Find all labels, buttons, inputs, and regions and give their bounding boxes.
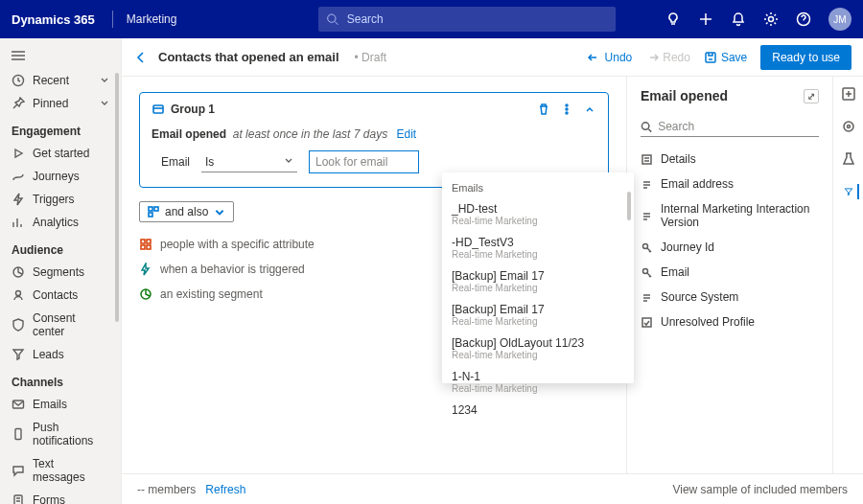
help-icon[interactable] — [796, 11, 811, 27]
nav-recent[interactable]: Recent — [0, 69, 121, 92]
dropdown-header: Emails — [442, 178, 634, 197]
checkbox-icon — [641, 316, 653, 329]
nav-scrollbar-thumb[interactable] — [115, 73, 119, 322]
status-badge: • Draft — [355, 51, 387, 64]
more-actions-button[interactable] — [560, 103, 573, 116]
svg-point-1 — [769, 17, 774, 22]
avatar[interactable]: JM — [828, 8, 851, 31]
svg-point-25 — [643, 268, 648, 273]
chart-icon — [12, 216, 25, 229]
svg-point-24 — [643, 243, 648, 248]
nav-get-started[interactable]: Get started — [0, 142, 121, 165]
dropdown-item[interactable]: [Backup] Email 17Real-time Marketing — [442, 298, 634, 332]
edit-condition-link[interactable]: Edit — [396, 127, 416, 141]
dropdown-item[interactable]: 1234 — [442, 399, 634, 422]
nav-analytics[interactable]: Analytics — [0, 211, 121, 234]
global-search-input[interactable] — [339, 12, 609, 26]
text-icon — [641, 178, 653, 191]
nav-triggers[interactable]: Triggers — [0, 188, 121, 211]
nav-pinned[interactable]: Pinned — [0, 92, 121, 115]
attr-journey-id[interactable]: Journey Id — [641, 235, 819, 260]
bell-icon[interactable] — [731, 11, 746, 27]
row-label: Email — [161, 155, 190, 169]
redo-icon — [645, 51, 659, 64]
nav-label: Segments — [33, 265, 84, 279]
svg-rect-8 — [14, 495, 22, 504]
dropdown-item[interactable]: -HD_TestV3Real-time Marketing — [442, 231, 634, 264]
pin-icon — [12, 97, 25, 110]
panel-search-input[interactable] — [652, 120, 819, 133]
nav-forms[interactable]: Forms — [0, 489, 121, 504]
svg-rect-26 — [642, 318, 651, 327]
back-button[interactable] — [133, 50, 149, 65]
attr-interaction-version[interactable]: Internal Marketing Interaction Version — [641, 196, 819, 235]
dropdown-item[interactable]: _HD-testReal-time Marketing — [442, 197, 634, 231]
rail-add-icon[interactable] — [841, 86, 856, 102]
chat-icon — [12, 464, 25, 477]
global-search[interactable] — [318, 7, 616, 32]
nav-text[interactable]: Text messages — [0, 452, 121, 489]
dropdown-item[interactable]: [Backup] Email 17Real-time Marketing — [442, 264, 634, 298]
attr-details[interactable]: Details — [641, 147, 819, 172]
search-icon — [326, 12, 338, 26]
nav-section-audience: Audience — [0, 234, 121, 261]
svg-rect-17 — [141, 240, 145, 243]
topbar-actions: JM — [665, 8, 863, 31]
main: Contacts that opened an email • Draft Un… — [122, 38, 863, 504]
brand-app: Marketing — [119, 12, 185, 26]
rail-filter-icon[interactable] — [844, 184, 859, 199]
key-icon — [641, 241, 653, 254]
nav-journeys[interactable]: Journeys — [0, 165, 121, 188]
route-icon — [12, 170, 25, 183]
nav-leads[interactable]: Leads — [0, 343, 121, 366]
form-icon — [12, 493, 25, 504]
and-also-button[interactable]: and also — [139, 201, 234, 222]
panel-expand-icon[interactable]: ⤢ — [804, 89, 819, 103]
nav-emails[interactable]: Emails — [0, 393, 121, 416]
undo-button[interactable]: Undo — [588, 51, 633, 64]
left-nav: Recent Pinned Engagement Get started Jou… — [0, 38, 122, 504]
hamburger-icon[interactable] — [0, 44, 121, 69]
members-count: -- members — [137, 483, 196, 496]
save-button[interactable]: Save — [704, 51, 747, 64]
attr-email[interactable]: Email — [641, 260, 819, 285]
refresh-link[interactable]: Refresh — [205, 483, 245, 496]
right-rail — [832, 77, 863, 473]
rail-settings-icon[interactable] — [841, 119, 856, 134]
plus-icon[interactable] — [698, 11, 713, 27]
nav-segments[interactable]: Segments — [0, 261, 121, 284]
dropdown-item[interactable]: [Backup] OldLayout 11/23Real-time Market… — [442, 332, 634, 365]
svg-point-0 — [328, 14, 336, 22]
nav-label: Contacts — [33, 288, 78, 302]
collapse-group-button[interactable] — [583, 103, 596, 116]
dropdown-scrollbar-thumb[interactable] — [627, 192, 631, 220]
operator-select[interactable]: Is — [201, 152, 297, 172]
nav-label: Forms — [33, 493, 65, 504]
rail-flask-icon[interactable] — [841, 151, 856, 167]
attr-email-address[interactable]: Email address — [641, 172, 819, 196]
group-icon — [152, 103, 165, 116]
attributes-panel: Email opened ⤢ Details Email address Int… — [626, 77, 832, 473]
svg-rect-9 — [706, 53, 715, 62]
panel-search[interactable] — [641, 117, 819, 137]
leads-icon — [12, 348, 25, 361]
ready-to-use-button[interactable]: Ready to use — [760, 45, 851, 70]
dropdown-item[interactable]: 1-N-1Real-time Marketing — [442, 365, 634, 399]
footer: -- members Refresh View sample of includ… — [122, 473, 863, 504]
email-lookup-input[interactable] — [309, 150, 419, 173]
attr-unresolved-profile[interactable]: Unresolved Profile — [641, 309, 819, 334]
gear-icon[interactable] — [763, 11, 779, 27]
delete-group-button[interactable] — [537, 103, 550, 116]
panel-title: Email opened — [641, 88, 728, 103]
nav-label: Journeys — [33, 170, 80, 183]
text-icon — [641, 210, 653, 222]
nav-label: Push notifications — [33, 421, 109, 447]
nav-consent-center[interactable]: Consent center — [0, 307, 121, 343]
nav-contacts[interactable]: Contacts — [0, 284, 121, 307]
add-block-icon — [148, 206, 159, 218]
view-sample-link[interactable]: View sample of included members — [672, 483, 848, 496]
nav-label: Consent center — [33, 311, 109, 338]
nav-push[interactable]: Push notifications — [0, 416, 121, 452]
attr-source-system[interactable]: Source System — [641, 285, 819, 309]
lightbulb-icon[interactable] — [665, 11, 681, 27]
